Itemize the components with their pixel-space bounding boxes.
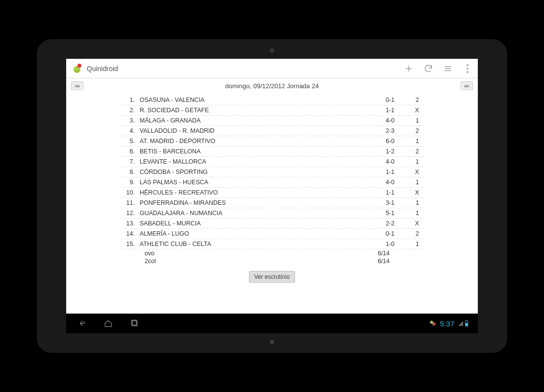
- app-area: Quinidroid ⏮: [66, 59, 478, 314]
- date-nav-row: ⏮ domingo, 09/12/2012 Jornada 24 ⏭: [66, 78, 478, 93]
- match-row[interactable]: 6.BETIS - BARCELONA1-22: [120, 147, 424, 157]
- match-number: 6.: [120, 148, 140, 155]
- match-number: 2.: [120, 107, 140, 114]
- summary-row: ovo6/14: [120, 249, 424, 257]
- app-title: Quinidroid: [87, 65, 403, 73]
- status-area[interactable]: 5:37: [429, 319, 468, 328]
- home-button[interactable]: [102, 318, 114, 329]
- camera-icon: [270, 48, 274, 53]
- match-score: 2-3: [365, 127, 395, 134]
- match-row[interactable]: 7.LEVANTE - MALLORCA4-01: [120, 157, 424, 167]
- back-button[interactable]: [76, 318, 88, 329]
- match-result: 1: [395, 158, 424, 165]
- match-score: 1-2: [365, 148, 395, 155]
- match-teams: ATHLETIC CLUB - CELTA: [140, 241, 365, 247]
- recent-apps-button[interactable]: [129, 318, 141, 329]
- match-number: 9.: [120, 179, 140, 186]
- match-score: 4-0: [365, 179, 395, 186]
- match-number: 15.: [120, 241, 140, 247]
- match-score: 0-1: [365, 97, 395, 103]
- match-number: 3.: [120, 117, 140, 124]
- next-jornada-button[interactable]: ⏭: [461, 81, 473, 90]
- match-teams: VALLADOLID - R. MADRID: [140, 127, 365, 134]
- match-row[interactable]: 13.SABADELL - MURCIA2-2X: [120, 219, 424, 229]
- refresh-button[interactable]: [423, 63, 434, 74]
- match-number: 7.: [120, 158, 140, 165]
- match-row[interactable]: 10.HÉRCULES - RECREATIVO1-1X: [120, 188, 424, 198]
- match-row[interactable]: 5.AT. MADRID - DEPORTIVO6-01: [120, 136, 424, 147]
- match-score: 3-1: [365, 199, 395, 206]
- match-row[interactable]: 12.GUADALAJARA - NUMANCIA5-11: [120, 208, 424, 219]
- action-icons: [403, 63, 473, 74]
- settings-status-icon: [429, 320, 436, 327]
- match-result: 2: [395, 127, 424, 134]
- system-nav-bar: 5:37: [66, 314, 478, 333]
- scrutiny-button[interactable]: Ver escrutinio: [249, 271, 296, 283]
- summary-value: 6/14: [262, 250, 424, 257]
- match-teams: LEVANTE - MALLORCA: [140, 158, 365, 165]
- match-result: 1: [395, 179, 424, 186]
- match-list: 1.OSASUNA - VALENCIA0-122.R. SOCIEDAD - …: [120, 95, 424, 249]
- match-number: 13.: [120, 220, 140, 227]
- match-number: 5.: [120, 138, 140, 145]
- match-teams: LAS PALMAS - HUESCA: [140, 179, 365, 186]
- svg-point-7: [432, 322, 435, 325]
- match-result: 1: [395, 241, 424, 247]
- match-number: 11.: [120, 199, 140, 206]
- add-button[interactable]: [403, 63, 414, 74]
- match-row[interactable]: 1.OSASUNA - VALENCIA0-12: [120, 95, 424, 105]
- clock: 5:37: [440, 319, 454, 328]
- match-teams: AT. MADRID - DEPORTIVO: [140, 138, 365, 145]
- svg-point-1: [75, 68, 76, 69]
- match-number: 1.: [120, 97, 140, 103]
- match-row[interactable]: 8.CÓRDOBA - SPORTING1-1X: [120, 167, 424, 177]
- match-result: 2: [395, 230, 424, 237]
- match-teams: MÁLAGA - GRANADA: [140, 117, 365, 124]
- match-row[interactable]: 14.ALMERÍA - LUGO0-12: [120, 229, 424, 239]
- match-number: 4.: [120, 127, 140, 134]
- match-score: 6-0: [365, 138, 395, 145]
- match-result: 2: [395, 97, 424, 103]
- home-indicator-icon: [270, 340, 274, 344]
- match-row[interactable]: 3.MÁLAGA - GRANADA4-01: [120, 116, 424, 126]
- content-area: 1.OSASUNA - VALENCIA0-122.R. SOCIEDAD - …: [66, 93, 478, 314]
- match-score: 1-1: [365, 189, 395, 196]
- match-row[interactable]: 9.LAS PALMAS - HUESCA4-01: [120, 177, 424, 188]
- summary-label: 2col: [120, 258, 262, 265]
- match-score: 1-1: [365, 169, 395, 175]
- match-result: X: [395, 189, 424, 196]
- match-score: 2-2: [365, 220, 395, 227]
- match-teams: GUADALAJARA - NUMANCIA: [140, 210, 365, 217]
- match-score: 1-0: [365, 241, 395, 247]
- match-score: 4-0: [365, 117, 395, 124]
- list-button[interactable]: [443, 63, 453, 74]
- match-row[interactable]: 15.ATHLETIC CLUB - CELTA1-01: [120, 239, 424, 249]
- match-number: 8.: [120, 169, 140, 175]
- svg-point-2: [78, 68, 79, 69]
- match-result: X: [395, 107, 424, 114]
- match-result: 1: [395, 199, 424, 206]
- match-result: 2: [395, 148, 424, 155]
- match-number: 14.: [120, 230, 140, 237]
- signal-icon: [458, 321, 463, 326]
- match-teams: BETIS - BARCELONA: [140, 148, 365, 155]
- match-row[interactable]: 2.R. SOCIEDAD - GETAFE1-1X: [120, 105, 424, 116]
- match-result: 1: [395, 138, 424, 145]
- jornada-title: domingo, 09/12/2012 Jornada 24: [83, 82, 461, 90]
- match-result: 1: [395, 210, 424, 217]
- overflow-menu-button[interactable]: [462, 63, 473, 74]
- match-result: 1: [395, 117, 424, 124]
- prev-jornada-button[interactable]: ⏮: [71, 81, 83, 90]
- app-icon: [71, 63, 83, 74]
- battery-icon: [465, 320, 468, 326]
- screen: Quinidroid ⏮: [66, 59, 478, 333]
- tablet-frame: Quinidroid ⏮: [37, 39, 507, 353]
- match-teams: R. SOCIEDAD - GETAFE: [140, 107, 365, 114]
- status-icons: [458, 320, 468, 326]
- summary-label: ovo: [120, 250, 262, 257]
- match-row[interactable]: 4.VALLADOLID - R. MADRID2-32: [120, 126, 424, 136]
- match-row[interactable]: 11.PONFERRADINA - MIRANDES3-11: [120, 198, 424, 208]
- match-score: 0-1: [365, 230, 395, 237]
- action-bar: Quinidroid: [66, 59, 478, 78]
- match-teams: CÓRDOBA - SPORTING: [140, 169, 365, 175]
